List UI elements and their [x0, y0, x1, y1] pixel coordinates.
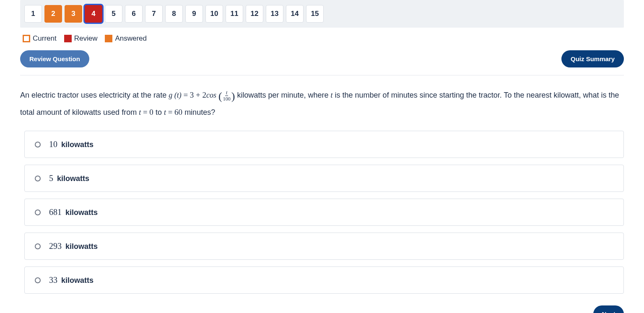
legend-answered-label: Answered	[115, 34, 147, 43]
swatch-review-icon	[64, 35, 72, 42]
q-mid: kilowatts per minute, where	[237, 91, 330, 99]
answer-option-1[interactable]: 5 kilowatts	[24, 165, 624, 192]
option-number: 33	[49, 275, 57, 285]
nav-item-10[interactable]: 10	[205, 5, 223, 23]
option-label: 10 kilowatts	[49, 140, 93, 149]
lparen-icon: (	[218, 90, 222, 102]
q-eq1: = 60	[166, 108, 182, 116]
q-eq0: = 0	[141, 108, 153, 116]
nav-item-2[interactable]: 2	[44, 5, 62, 23]
legend-review: Review	[64, 34, 98, 43]
q-eq: = 3 + 2	[182, 91, 206, 99]
nav-item-13[interactable]: 13	[266, 5, 283, 23]
legend-review-label: Review	[74, 34, 98, 43]
swatch-answered-icon	[105, 35, 112, 42]
nav-item-1[interactable]: 1	[24, 5, 42, 23]
swatch-current-icon	[23, 35, 30, 42]
quiz-summary-button[interactable]: Quiz Summary	[561, 50, 624, 67]
q-pre: An electric tractor uses electricity at …	[20, 91, 169, 99]
answer-option-0[interactable]: 10 kilowatts	[24, 131, 624, 158]
nav-item-8[interactable]: 8	[165, 5, 183, 23]
option-unit: kilowatts	[63, 242, 98, 251]
option-unit: kilowatts	[59, 140, 93, 149]
nav-item-15[interactable]: 15	[306, 5, 324, 23]
q-to: to	[153, 108, 164, 116]
frac-num: t	[225, 90, 228, 96]
nav-item-6[interactable]: 6	[125, 5, 143, 23]
nav-item-11[interactable]: 11	[226, 5, 243, 23]
radio-icon	[35, 176, 41, 181]
nav-item-5[interactable]: 5	[105, 5, 122, 23]
option-label: 293 kilowatts	[49, 241, 98, 251]
answer-options: 10 kilowatts5 kilowatts681 kilowatts293 …	[24, 131, 624, 294]
option-number: 10	[49, 140, 57, 149]
divider	[20, 75, 624, 75]
radio-icon	[35, 243, 41, 249]
q-g: g (t)	[169, 91, 182, 99]
nav-item-4[interactable]: 4	[85, 5, 102, 23]
option-unit: kilowatts	[59, 276, 93, 285]
answer-option-3[interactable]: 293 kilowatts	[24, 233, 624, 260]
option-unit: kilowatts	[55, 174, 89, 183]
legend-answered: Answered	[105, 34, 147, 43]
option-number: 5	[49, 173, 53, 183]
q-post2: minutes?	[182, 108, 215, 116]
question-nav: 123456789101112131415	[20, 0, 624, 28]
legend-current: Current	[23, 34, 57, 43]
option-unit: kilowatts	[63, 208, 98, 217]
fraction: t100	[223, 90, 231, 101]
review-question-button[interactable]: Review Question	[20, 50, 89, 67]
nav-item-14[interactable]: 14	[286, 5, 304, 23]
answer-option-4[interactable]: 33 kilowatts	[24, 266, 624, 294]
radio-icon	[35, 142, 41, 147]
nav-item-7[interactable]: 7	[145, 5, 163, 23]
q-cos: cos	[206, 91, 216, 99]
option-label: 5 kilowatts	[49, 173, 89, 183]
radio-icon	[35, 277, 41, 283]
option-label: 681 kilowatts	[49, 207, 98, 217]
question-text: An electric tractor uses electricity at …	[20, 87, 624, 119]
next-button[interactable]: Next	[593, 305, 624, 313]
option-label: 33 kilowatts	[49, 275, 93, 285]
option-number: 293	[49, 241, 62, 251]
option-number: 681	[49, 207, 62, 217]
radio-icon	[35, 210, 41, 215]
nav-item-9[interactable]: 9	[185, 5, 203, 23]
answer-option-2[interactable]: 681 kilowatts	[24, 199, 624, 226]
nav-item-3[interactable]: 3	[65, 5, 82, 23]
nav-item-12[interactable]: 12	[246, 5, 263, 23]
legend: Current Review Answered	[20, 32, 624, 50]
legend-current-label: Current	[33, 34, 57, 43]
rparen-icon: )	[231, 90, 235, 102]
frac-den: 100	[223, 96, 231, 101]
